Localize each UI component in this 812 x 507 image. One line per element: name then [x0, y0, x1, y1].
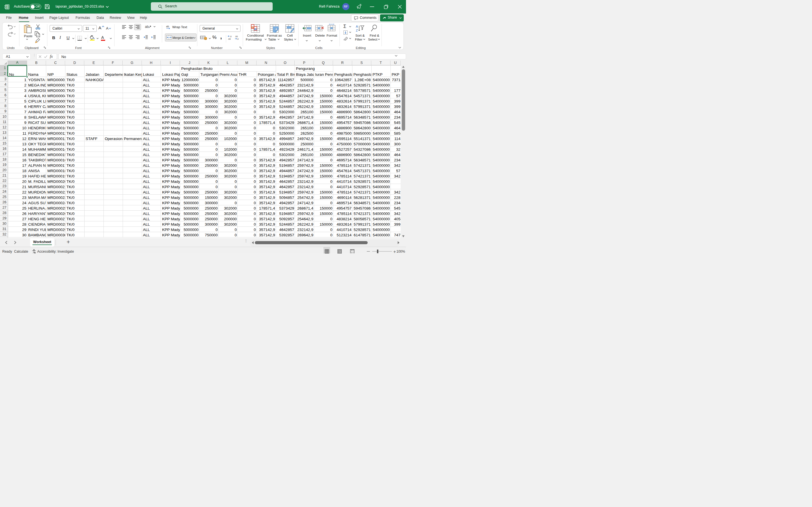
- svg-text:.0: .0: [237, 38, 239, 40]
- svg-text:Z: Z: [356, 29, 358, 32]
- svg-text:X: X: [5, 5, 7, 8]
- svg-text:.0: .0: [230, 35, 232, 38]
- svg-text:ab: ab: [145, 25, 149, 29]
- svg-text:A: A: [356, 25, 358, 28]
- svg-text:ab: ab: [166, 25, 169, 28]
- svg-text:.00: .00: [228, 38, 231, 40]
- svg-text:.00: .00: [235, 35, 238, 38]
